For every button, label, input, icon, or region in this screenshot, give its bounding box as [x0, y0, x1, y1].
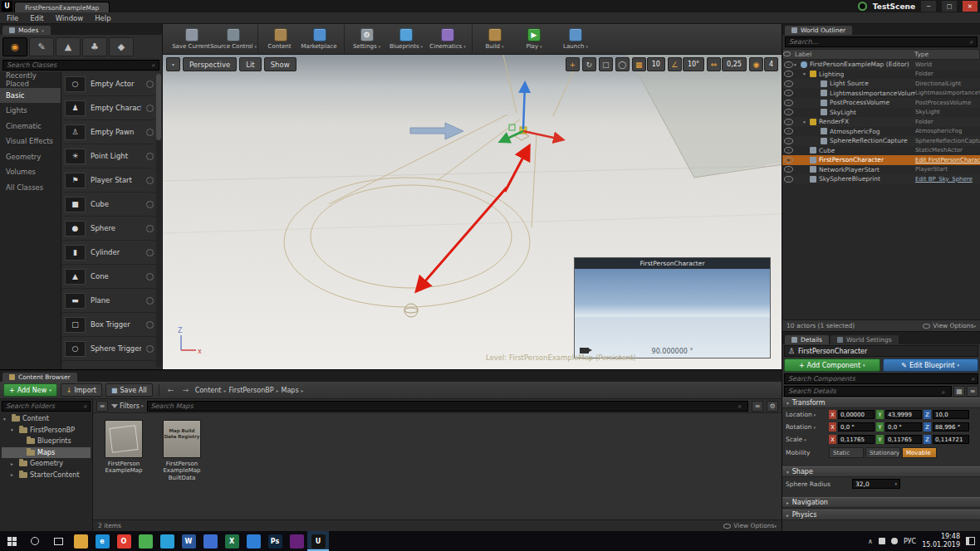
transform-section-header[interactable]: ▾ Transform [782, 397, 980, 408]
location-z-field[interactable]: 10,0 [933, 410, 969, 419]
location-y-field[interactable]: 43,9999 [885, 410, 922, 419]
outliner-row[interactable]: Cube StaticMeshActor [782, 146, 980, 156]
actor-type[interactable]: LightmassImportanceVolume [915, 90, 980, 96]
category-item[interactable]: Basic [0, 88, 61, 104]
view-mode-button[interactable]: Lit [239, 57, 261, 71]
category-item[interactable]: Visual Effects [0, 134, 61, 149]
visibility-eye-icon[interactable] [782, 61, 794, 68]
toolbar-button[interactable]: Launch▾ [555, 25, 596, 53]
toolbar-button[interactable]: Cinematics▾ [427, 25, 468, 53]
outliner-column-header[interactable]: Label Type [782, 49, 980, 60]
visibility-eye-icon[interactable] [782, 128, 794, 134]
saved-filter-icon[interactable]: ≡ [752, 401, 763, 412]
rotation-x-field[interactable]: 0,0 ° [838, 422, 875, 432]
folder-tree-item[interactable]: Maps [2, 447, 91, 459]
actor-type[interactable]: Folder [915, 119, 980, 125]
outliner-row[interactable]: LightmassImportanceVolume LightmassImpor… [782, 89, 980, 99]
add-new-button[interactable]: + Add New ▾ [3, 383, 57, 397]
mode-tool-button[interactable]: ▲ [56, 37, 81, 56]
clock[interactable]: 19:48 15.01.2019 [922, 533, 960, 549]
viewport[interactable]: Z x ▾ Perspective Lit Show + ↻ □ ◯ [163, 55, 782, 369]
property-matrix-icon[interactable]: ▦ [953, 386, 965, 397]
world-settings-tab[interactable]: World Settings [831, 335, 899, 344]
mobility-option[interactable]: Stationary [865, 447, 900, 458]
filters-button[interactable]: Filters ▾ [111, 402, 144, 410]
expand-arrow-icon[interactable]: ▾ [3, 417, 9, 422]
snap-control[interactable]: ▦ 10 [632, 57, 665, 71]
shape-section-header[interactable]: ▾ Shape [782, 466, 980, 477]
snap-value[interactable]: 10 [647, 57, 665, 71]
menu-item[interactable]: Edit [30, 14, 43, 22]
expand-arrow-icon[interactable]: ▾ [803, 71, 810, 76]
folder-tree-item[interactable]: ▾ FirstPersonBP [2, 425, 91, 436]
search-details-input[interactable] [784, 386, 952, 397]
toolbar-button[interactable]: Marketplace [299, 25, 341, 53]
placeable-actor-item[interactable]: ○ Empty Actor [61, 72, 162, 96]
breadcrumb-item[interactable]: Maps [282, 387, 299, 394]
physics-section-header[interactable]: ▸ Physics [782, 510, 980, 520]
breadcrumb-item[interactable]: FirstPersonBP [228, 387, 273, 394]
folder-tree-item[interactable]: ▸ StarterContent [2, 470, 91, 481]
taskbar-app-icon[interactable]: U [307, 531, 329, 551]
toolbar-button[interactable]: Source Control▾ [213, 25, 254, 53]
placeable-actor-item[interactable]: ⚑ Player Start [61, 168, 162, 193]
actor-type[interactable]: Edit FirstPersonCharacter [915, 157, 980, 163]
outliner-row[interactable]: ▾ Lighting Folder [782, 70, 980, 80]
folder-tree-item[interactable]: ▸ Geometry [2, 458, 91, 470]
tray-icon[interactable] [891, 538, 898, 544]
minimize-button[interactable]: ─ [921, 1, 936, 12]
actor-type[interactable]: PlayerStart [915, 166, 980, 173]
outliner-row[interactable]: PostProcessVolume PostProcessVolume [782, 98, 980, 108]
expand-arrow-icon[interactable]: ▾ [11, 427, 17, 432]
asset-tile[interactable]: Map Build Data Registry FirstPerson Exam… [158, 420, 206, 481]
scale-y-field[interactable]: 0,11765 [885, 435, 922, 444]
content-browser-tab[interactable]: Content Browser [2, 373, 77, 382]
outliner-row[interactable]: Light Source DirectionalLight [782, 79, 980, 89]
sources-toggle-icon[interactable]: ≡ [96, 401, 108, 412]
placeable-actor-item[interactable]: ● Sphere [61, 217, 162, 241]
taskbar-app-icon[interactable] [135, 531, 156, 551]
snap-control[interactable]: ⇔ 0,25 [707, 57, 747, 71]
visibility-eye-icon[interactable] [782, 176, 794, 183]
toolbar-button[interactable]: Blueprints▾ [385, 25, 427, 53]
location-x-field[interactable]: 0,00000 [838, 410, 875, 419]
actor-type[interactable]: DirectionalLight [915, 80, 980, 87]
expand-arrow-icon[interactable]: ▾ [803, 119, 810, 124]
task-view-button[interactable] [47, 531, 70, 551]
scale-x-field[interactable]: 0,11765 [838, 435, 875, 444]
snap-control[interactable]: ∠ 10° [668, 57, 704, 71]
taskbar-app-icon[interactable]: X [221, 531, 243, 551]
taskbar-app-icon[interactable]: Ps [264, 531, 286, 551]
close-button[interactable]: ✕ [963, 1, 978, 12]
placeable-actor-item[interactable]: □ Box Trigger [61, 313, 162, 337]
outliner-row[interactable]: SkySphereBlueprint Edit BP_Sky_Sphere [782, 174, 980, 184]
taskbar-app-icon[interactable]: e [91, 531, 113, 551]
navigation-section-header[interactable]: ▸ Navigation [782, 497, 980, 508]
start-button[interactable] [0, 531, 23, 551]
toolbar-button[interactable]: ⚙ Settings▾ [344, 25, 385, 53]
action-center-icon[interactable] [966, 537, 975, 545]
visibility-eye-icon[interactable] [782, 147, 794, 154]
mode-tool-button[interactable]: ◉ [2, 37, 27, 56]
visibility-eye-icon[interactable] [782, 166, 794, 173]
outliner-row[interactable]: NetworkPlayerStart PlayerStart [782, 165, 980, 175]
menu-item[interactable]: Help [95, 14, 110, 22]
outliner-search-input[interactable] [785, 37, 978, 47]
cortana-search-button[interactable] [23, 531, 47, 551]
actor-type[interactable]: SkyLight [915, 109, 980, 115]
visibility-eye-icon[interactable] [782, 71, 794, 77]
snap-control[interactable]: ◉ 4 [749, 57, 778, 71]
import-button[interactable]: ↓ Import [61, 383, 102, 397]
search-components-input[interactable] [784, 373, 978, 384]
outliner-row[interactable]: SphereReflectionCapture SphereReflection… [782, 136, 980, 146]
camera-mode-button[interactable]: Perspective [183, 57, 237, 71]
tray-expand-icon[interactable]: ∧ [868, 538, 873, 545]
category-item[interactable]: Geometry [0, 149, 61, 165]
category-item[interactable]: Volumes [0, 164, 61, 180]
mobility-option[interactable]: Static [829, 447, 864, 458]
actor-type[interactable]: SphereReflectionCapture [915, 138, 980, 144]
scrollbar[interactable] [156, 74, 161, 368]
back-button[interactable]: ← [165, 386, 177, 394]
search-folders-input[interactable] [2, 401, 91, 412]
settings-icon[interactable]: ⚙ [767, 401, 778, 412]
